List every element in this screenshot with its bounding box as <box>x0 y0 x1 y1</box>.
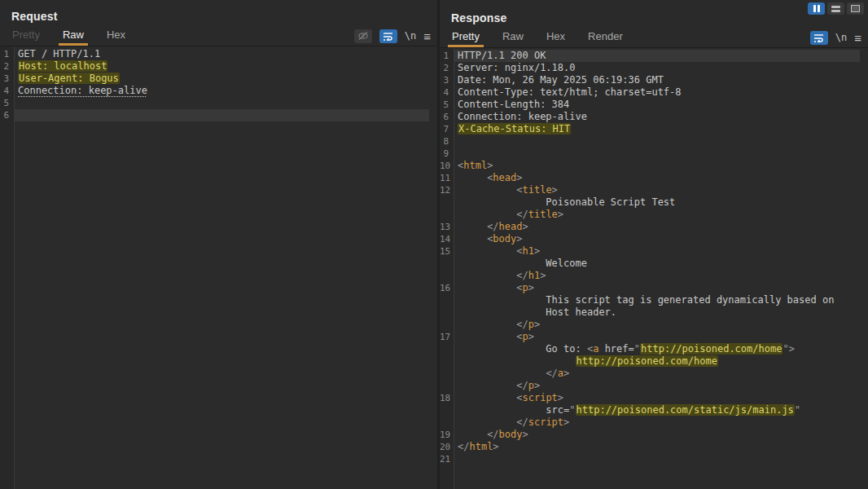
code-row: 6Connection: keep-alive <box>440 111 860 123</box>
response-toolbar: \n ≡ <box>810 28 861 47</box>
newline-icon[interactable]: \n <box>405 30 416 42</box>
code-row: 3Date: Mon, 26 May 2025 06:19:36 GMT <box>440 74 860 86</box>
eye-off-icon[interactable] <box>354 29 372 43</box>
line-number: 21 <box>440 453 454 465</box>
code-row: 5Content-Length: 384 <box>440 99 860 111</box>
line-number <box>440 319 454 331</box>
line-number <box>440 294 454 306</box>
line-number: 19 <box>440 429 454 441</box>
code-row: This script tag is generated dynamically… <box>440 294 860 306</box>
code-row: 2Server: nginx/1.18.0 <box>440 62 860 74</box>
tab-hex[interactable]: Hex <box>103 26 129 46</box>
code-row: 1GET / HTTP/1.1 <box>0 48 429 60</box>
code-row: 14 <body> <box>440 233 860 245</box>
line-number: 1 <box>440 50 454 62</box>
tab-bar: PrettyRawHexRender \n ≡ <box>440 28 868 47</box>
line-number <box>440 416 454 429</box>
code-row: </p> <box>440 380 860 392</box>
code-line <box>454 453 860 465</box>
code-row: </a> <box>440 368 860 380</box>
menu-icon[interactable]: ≡ <box>854 32 861 44</box>
code-line: Go to: <a href="http://poisoned.com/home… <box>454 343 860 355</box>
tab-pretty[interactable]: Pretty <box>448 28 484 47</box>
tab-render[interactable]: Render <box>584 28 627 47</box>
line-number <box>440 270 454 282</box>
line-number: 16 <box>440 282 454 294</box>
line-number: 5 <box>0 97 14 109</box>
response-panel: Response PrettyRawHexRender \n ≡ 1HTTP/1… <box>440 0 868 489</box>
line-number <box>440 355 454 368</box>
code-line: User-Agent: Bogus <box>14 73 429 85</box>
code-row: 21 <box>440 453 860 465</box>
code-line: </html> <box>454 441 860 453</box>
code-row: 11 <head> <box>440 172 860 184</box>
code-line: <p> <box>454 331 860 343</box>
tab-raw[interactable]: Raw <box>59 26 88 46</box>
newline-icon[interactable]: \n <box>835 32 847 43</box>
menu-icon[interactable]: ≡ <box>423 30 431 42</box>
code-row: </h1> <box>440 270 860 282</box>
request-editor[interactable]: 1GET / HTTP/1.12Host: localhost3User-Age… <box>0 46 437 489</box>
code-line: <body> <box>454 233 860 245</box>
columns-layout-icon[interactable] <box>808 2 825 15</box>
line-number <box>440 368 454 380</box>
code-row: 9 <box>440 148 860 160</box>
code-line: Date: Mon, 26 May 2025 06:19:36 GMT <box>454 74 860 86</box>
line-number <box>440 209 454 221</box>
response-panel-title: Response <box>440 0 868 28</box>
tab-raw[interactable]: Raw <box>498 28 528 47</box>
code-line <box>14 109 429 121</box>
code-line: Host: localhost <box>14 60 429 73</box>
code-row: 18 <script> <box>440 392 860 404</box>
request-toolbar: \n ≡ <box>354 26 431 46</box>
code-row: 7X-Cache-Status: HIT <box>440 123 860 135</box>
code-line: Poisonable Script Test <box>454 196 860 209</box>
code-row: 20</html> <box>440 441 860 453</box>
editor-rows: 1GET / HTTP/1.12Host: localhost3User-Age… <box>0 46 437 121</box>
code-line: </title> <box>454 209 860 221</box>
line-number: 14 <box>440 233 454 245</box>
rows-layout-icon[interactable] <box>827 2 844 15</box>
line-number: 2 <box>440 62 454 74</box>
code-row: 6 <box>0 109 429 121</box>
code-line: Welcome <box>454 258 860 270</box>
word-wrap-icon[interactable] <box>810 31 828 45</box>
code-line: <h1> <box>454 245 860 258</box>
code-row: 16 <p> <box>440 282 860 294</box>
code-line: GET / HTTP/1.1 <box>14 48 429 60</box>
code-line: This script tag is generated dynamically… <box>454 294 860 306</box>
code-row: 2Host: localhost <box>0 60 429 73</box>
code-row: 1HTTP/1.1 200 OK <box>440 50 860 62</box>
line-number: 6 <box>0 109 14 121</box>
code-row: 15 <h1> <box>440 245 860 258</box>
line-number: 7 <box>440 123 454 135</box>
layout-buttons <box>808 2 864 15</box>
word-wrap-icon[interactable] <box>379 29 397 43</box>
line-number <box>440 343 454 355</box>
code-line: Connection: keep-alive <box>454 111 860 123</box>
code-row: 4Connection: keep-alive <box>0 85 429 97</box>
code-line: <html> <box>454 160 860 172</box>
response-editor[interactable]: 1HTTP/1.1 200 OK2Server: nginx/1.18.03Da… <box>440 47 868 489</box>
code-row: 19 </body> <box>440 429 860 441</box>
code-row: Poisonable Script Test <box>440 196 860 209</box>
line-number: 18 <box>440 392 454 404</box>
tabs-layout-icon[interactable] <box>847 2 864 15</box>
line-number: 2 <box>0 60 14 73</box>
code-line: http://poisoned.com/home <box>454 355 860 368</box>
code-line: <script> <box>454 392 860 404</box>
repeater-window: Request PrettyRawHex <box>0 0 868 489</box>
code-row: </script> <box>440 416 860 429</box>
code-line <box>14 97 429 109</box>
tab-hex[interactable]: Hex <box>542 28 569 47</box>
code-line: <title> <box>454 184 860 196</box>
line-number: 3 <box>440 74 454 86</box>
tab-bar: PrettyRawHex \n <box>0 26 437 46</box>
line-number: 9 <box>440 148 454 160</box>
code-line: Server: nginx/1.18.0 <box>454 62 860 74</box>
code-row: src="http://poisoned.com/static/js/main.… <box>440 404 860 416</box>
code-row: 5 <box>0 97 429 109</box>
code-line: src="http://poisoned.com/static/js/main.… <box>454 404 860 416</box>
code-line <box>454 135 860 148</box>
code-row: 13 </head> <box>440 221 860 233</box>
